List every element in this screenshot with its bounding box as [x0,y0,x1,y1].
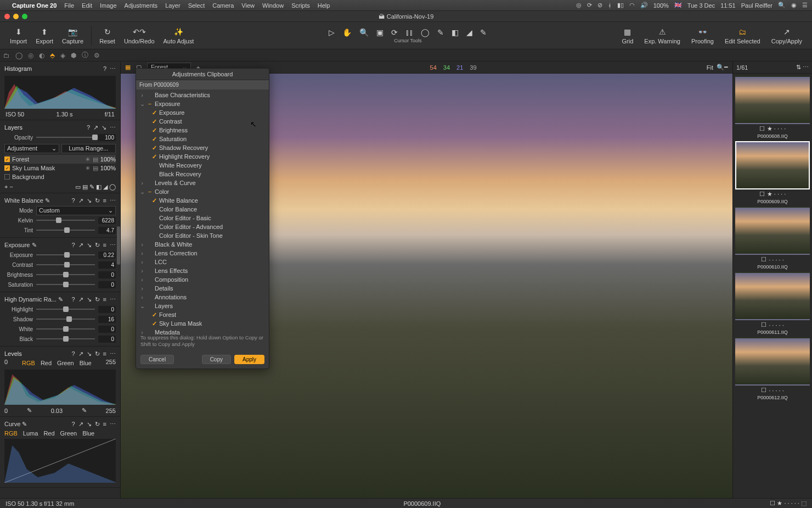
menu-help[interactable]: Help [318,2,330,9]
layer-row[interactable]: ✓Sky Luma Mask☀▤100% [4,164,116,172]
editsel-button[interactable]: 🗂Edit Selected [720,27,765,44]
checkbox-empty[interactable] [147,268,153,273]
clipboard-item[interactable]: Color Editor - Basic [136,214,269,222]
picker-icon[interactable]: ✎ [22,421,27,427]
clipboard-item[interactable]: ✓Brightness [136,126,269,135]
curve-tab-green[interactable]: Green [60,430,77,437]
tab-exposure[interactable]: ⬘ [50,52,55,59]
eraser-icon[interactable]: ◧ [96,183,101,190]
menu-layer[interactable]: Layer [165,2,181,9]
checkbox-empty[interactable] [151,206,157,212]
layer-row[interactable]: Background [4,172,116,181]
clipboard-group[interactable]: ›Annotations [136,293,269,302]
checkmark-icon[interactable]: ✓ [151,198,157,203]
tab-output[interactable]: ⚙ [94,52,100,59]
menubar-time[interactable]: 11:51 [720,2,736,9]
browser-menu-icon[interactable]: ⋯ [803,64,809,70]
clipboard-item[interactable]: ✓Highlight Recovery [136,152,269,161]
pointer-tool[interactable]: ▷ [329,28,335,37]
tab-lens[interactable]: ◎ [28,52,33,59]
highlight-slider[interactable] [36,309,95,310]
app-name[interactable]: Capture One 20 [12,2,57,9]
checkbox-empty[interactable] [151,171,157,177]
sync-icon[interactable]: ⟳ [587,2,592,9]
keystone-tool[interactable]: ⫿⫿ [405,28,413,37]
notification-icon[interactable]: ☰ [802,2,808,9]
clipboard-item[interactable]: ✓White Balance [136,196,269,205]
battery-icon[interactable]: ▮▯ [617,2,624,9]
thumb-rating[interactable]: ★ · · · · [767,125,786,132]
sort-icon[interactable]: ⇅ [796,64,801,70]
clipboard-item[interactable]: Color Editor - Advanced [136,222,269,231]
layer-visibility-checkbox[interactable] [4,174,10,180]
thumb-rating[interactable]: · · · · · [769,387,784,394]
add-layer-icon[interactable]: + [4,183,8,190]
disclosure-arrow[interactable]: › [139,276,145,283]
menu-adjustments[interactable]: Adjustments [125,2,158,9]
disclosure-arrow[interactable]: › [139,180,145,186]
saturation-slider[interactable] [36,284,95,285]
tab-color[interactable]: ◐ [39,52,44,59]
clipboard-item[interactable]: ✓Shadow Recovery [136,143,269,152]
checkbox-empty[interactable] [147,294,153,300]
curve-tab-blue[interactable]: Blue [82,430,94,437]
curve-tab-luma[interactable]: Luma [23,430,38,437]
menu-scripts[interactable]: Scripts [291,2,310,9]
thumb-checkbox[interactable]: ☐ [761,387,766,394]
clipboard-item[interactable]: ✓Forest [136,310,269,319]
checkmark-icon[interactable]: ✓ [151,110,157,115]
disclosure-arrow[interactable]: ⌄ [139,188,145,196]
copy-button[interactable]: Copy [202,355,231,364]
checkbox-empty[interactable] [147,180,153,186]
thumb-checkbox[interactable]: ☐ [759,125,765,132]
white-slider[interactable] [36,328,95,330]
export-button[interactable]: ⬆Export [31,27,58,44]
clipboard-group[interactable]: ›Levels & Curve [136,178,269,187]
tab-metadata[interactable]: ⓘ [82,51,88,60]
hand-tool[interactable]: ✋ [342,28,352,37]
clipboard-group[interactable]: ›Lens Effects [136,266,269,275]
clipboard-item[interactable]: ✓Exposure [136,108,269,117]
gradient-tool[interactable]: ◢ [466,28,472,37]
thumb-rating[interactable]: · · · · · [769,322,784,328]
menu-select[interactable]: Select [188,2,205,9]
expwarn-button[interactable]: ⚠Exp. Warning [640,27,685,44]
slider-value[interactable]: 0 [98,271,116,278]
close-window[interactable] [4,14,10,19]
layer-visibility-checkbox[interactable]: ✓ [4,157,10,162]
checkmark-icon[interactable]: ✓ [151,312,157,317]
radial-icon[interactable]: ◯ [109,183,116,190]
tab-capture[interactable]: ◯ [15,52,22,59]
import-button[interactable]: ⬇Import [5,27,31,44]
mask-inv-icon[interactable]: ▤ [82,183,88,190]
checkmark-icon[interactable]: ✓ [151,145,157,150]
clipboard-group[interactable]: ⌄−Exposure [136,99,269,108]
layer-visibility-checkbox[interactable]: ✓ [4,165,10,171]
zoom-slider-icon[interactable]: 🔍━ [717,64,728,71]
checkbox-empty[interactable] [147,303,153,309]
grid-button[interactable]: ▦Grid [618,27,638,44]
menu-edit[interactable]: Edit [82,2,92,9]
menubar-date[interactable]: Tue 3 Dec [687,2,715,9]
zoom-tool[interactable]: 🔍 [359,28,369,37]
clipboard-item[interactable]: Color Editor - Skin Tone [136,231,269,240]
reset-button[interactable]: ↻Reset [95,27,120,44]
thumb-checkbox[interactable]: ☐ [761,256,766,263]
mixed-icon[interactable]: − [147,101,153,107]
checkmark-icon[interactable]: ✓ [151,321,157,326]
thumb-rating[interactable]: ★ · · · · [767,191,786,198]
adjustment-dropdown[interactable]: Adjustment⌄ [4,144,59,153]
tab-styles[interactable]: ⬢ [71,52,76,59]
crop-tool[interactable]: ▣ [376,28,384,37]
checkmark-icon[interactable]: ✓ [151,119,157,124]
disclosure-arrow[interactable]: › [139,267,145,274]
scrollbar[interactable] [117,226,120,265]
picker-shadow-icon[interactable]: ✎ [27,407,32,414]
checkbox-empty[interactable] [151,224,157,230]
picker-icon[interactable]: ✎ [45,197,50,204]
slider-value[interactable]: 0 [98,306,116,313]
spotlight-icon[interactable]: 🔍 [778,2,786,9]
view-grid-icon[interactable]: ▦ [125,64,131,71]
straighten-tool[interactable]: ⟳ [391,28,398,37]
autoadjust-button[interactable]: ✨Auto Adjust [159,27,199,44]
